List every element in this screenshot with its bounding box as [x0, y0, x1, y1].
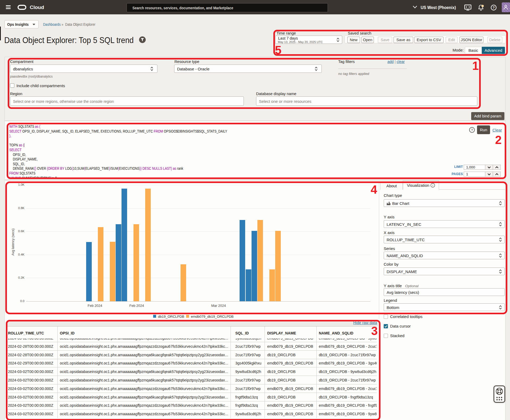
- svg-text:?: ?: [493, 6, 495, 10]
